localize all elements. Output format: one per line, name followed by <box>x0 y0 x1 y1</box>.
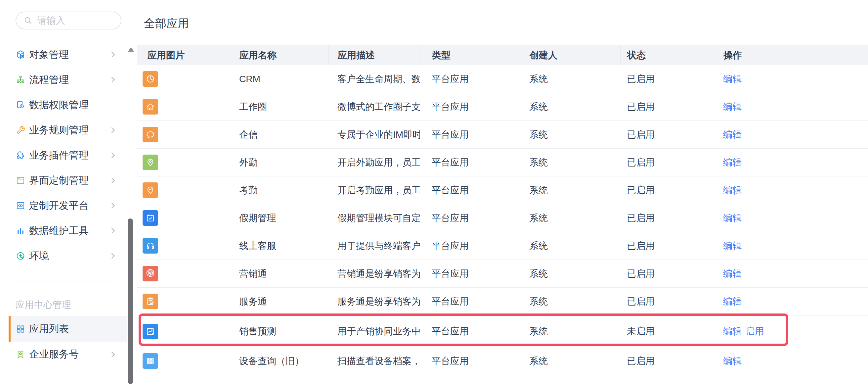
edit-link[interactable]: 编辑 <box>723 156 742 169</box>
app-image-cell <box>137 65 233 93</box>
app-status: 已启用 <box>620 149 717 176</box>
sidebar-section-label: 应用中心管理 <box>16 299 71 311</box>
app-status: 已启用 <box>620 288 717 315</box>
app-description: 用于产销协同业务中... <box>329 316 420 347</box>
sidebar-scrollbar-thumb[interactable] <box>128 218 133 384</box>
flowchart-icon <box>16 75 26 85</box>
actions-cell: 编辑 <box>717 65 868 93</box>
actions-cell: 编辑启用 <box>717 316 868 347</box>
table-row: 工作圈微博式的工作圈子支...平台应用系统已启用编辑 <box>137 93 868 121</box>
chevron-right-icon <box>109 77 115 83</box>
app-name: 营销通 <box>233 260 329 287</box>
app-type: 平台应用 <box>420 316 522 347</box>
sidebar-item-业务插件管理[interactable]: 业务插件管理 <box>0 143 137 168</box>
app-name: 外勤 <box>233 149 329 176</box>
sidebar-item-企业服务号[interactable]: 企业服务号 <box>0 342 137 367</box>
table-row: 线上客服用于提供与终端客户...平台应用系统已启用编辑 <box>137 232 868 260</box>
search-icon <box>24 16 33 25</box>
headset-icon <box>143 238 158 254</box>
app-type: 平台应用 <box>420 347 522 375</box>
pin-check-icon <box>143 182 158 198</box>
app-creator: 系统 <box>522 288 620 315</box>
chevron-right-icon <box>109 52 115 58</box>
app-type: 平台应用 <box>420 121 522 148</box>
sidebar-item-业务规则管理[interactable]: 业务规则管理 <box>0 118 137 143</box>
app-type: 平台应用 <box>420 204 522 232</box>
sidebar-item-环境[interactable]: 环境 <box>0 243 137 268</box>
energy-icon <box>16 251 26 261</box>
sidebar-item-流程管理[interactable]: 流程管理 <box>0 67 137 92</box>
edit-link[interactable]: 编辑 <box>723 184 742 197</box>
home-icon <box>143 99 158 115</box>
actions-cell: 编辑 <box>717 288 868 315</box>
edit-link[interactable]: 编辑 <box>723 267 742 280</box>
sidebar-item-应用列表[interactable]: 应用列表 <box>0 316 137 342</box>
edit-link[interactable]: 编辑 <box>723 295 742 308</box>
app-name: CRM <box>233 65 329 93</box>
column-header-actions: 操作 <box>717 46 868 65</box>
app-image-cell <box>137 260 233 287</box>
edit-link[interactable]: 编辑 <box>723 73 742 85</box>
table-row: 设备查询（旧）扫描查看设备档案，...平台应用系统已启用编辑 <box>137 347 868 375</box>
edit-link[interactable]: 编辑 <box>723 100 742 113</box>
app-status: 已启用 <box>620 121 717 148</box>
sidebar-item-数据维护工具[interactable]: 数据维护工具 <box>0 218 137 243</box>
edit-link[interactable]: 编辑 <box>723 240 742 252</box>
table-row: 销售预测用于产销协同业务中...平台应用系统未启用编辑启用 <box>137 316 868 347</box>
app-name: 假期管理 <box>233 204 329 232</box>
app-name: 企信 <box>233 121 329 148</box>
column-header-type: 类型 <box>420 46 522 65</box>
sidebar-item-对象管理[interactable]: 对象管理 <box>0 42 137 67</box>
chevron-right-icon <box>109 228 115 234</box>
table-row: 服务通服务通是纷享销客为...平台应用系统已启用编辑 <box>137 288 868 316</box>
clipboard-wrench-icon <box>143 294 158 309</box>
sidebar-item-界面定制管理[interactable]: 界面定制管理 <box>0 168 137 193</box>
app-type: 平台应用 <box>420 232 522 260</box>
app-description: 客户全生命周期、数... <box>329 65 420 93</box>
sidebar-item-数据权限管理[interactable]: 数据权限管理 <box>0 92 137 118</box>
search-input[interactable]: 请输入 <box>16 11 121 29</box>
app-status: 未启用 <box>620 316 717 347</box>
search-placeholder: 请输入 <box>37 14 65 27</box>
edit-link[interactable]: 编辑 <box>723 325 742 338</box>
app-type: 平台应用 <box>420 93 522 120</box>
page-title: 全部应用 <box>144 16 189 31</box>
app-type: 平台应用 <box>420 176 522 204</box>
app-creator: 系统 <box>522 65 620 93</box>
app-creator: 系统 <box>522 204 620 232</box>
sidebar-item-label: 应用列表 <box>29 322 69 336</box>
enable-link[interactable]: 启用 <box>746 325 764 338</box>
app-description: 用于提供与终端客户... <box>329 232 420 260</box>
actions-cell: 编辑 <box>717 232 868 260</box>
app-description: 扫描查看设备档案，... <box>329 347 420 375</box>
app-image-cell <box>137 121 233 148</box>
scrollbar-up-arrow[interactable] <box>128 47 134 52</box>
sidebar-item-label: 界面定制管理 <box>29 174 89 187</box>
sidebar-item-label: 对象管理 <box>29 48 69 62</box>
column-header-creator: 创建人 <box>522 46 620 65</box>
column-header-app-description: 应用描述 <box>329 46 420 65</box>
edit-link[interactable]: 编辑 <box>723 128 742 141</box>
app-creator: 系统 <box>522 347 620 375</box>
bookmark-star-icon <box>16 350 26 359</box>
sidebar-item-定制开发平台[interactable]: 定制开发平台 <box>0 193 137 218</box>
edit-link[interactable]: 编辑 <box>723 212 742 225</box>
chevron-right-icon <box>109 203 115 209</box>
app-status: 已启用 <box>620 176 717 204</box>
broadcast-icon <box>143 266 158 282</box>
app-type: 平台应用 <box>420 260 522 287</box>
app-status: 已启用 <box>620 232 717 260</box>
app-image-cell <box>137 288 233 315</box>
actions-cell: 编辑 <box>717 121 868 148</box>
wrench-icon <box>16 125 26 135</box>
app-type: 平台应用 <box>420 288 522 315</box>
actions-cell: 编辑 <box>717 149 868 176</box>
sidebar-item-label: 数据维护工具 <box>29 224 89 238</box>
sidebar-item-label: 定制开发平台 <box>29 199 89 212</box>
app-image-cell <box>137 93 233 120</box>
doc-lock-icon <box>16 100 26 110</box>
app-description: 开启外勤应用，员工... <box>329 149 420 176</box>
app-image-cell <box>137 149 233 176</box>
app-type: 平台应用 <box>420 65 522 93</box>
edit-link[interactable]: 编辑 <box>723 355 742 367</box>
